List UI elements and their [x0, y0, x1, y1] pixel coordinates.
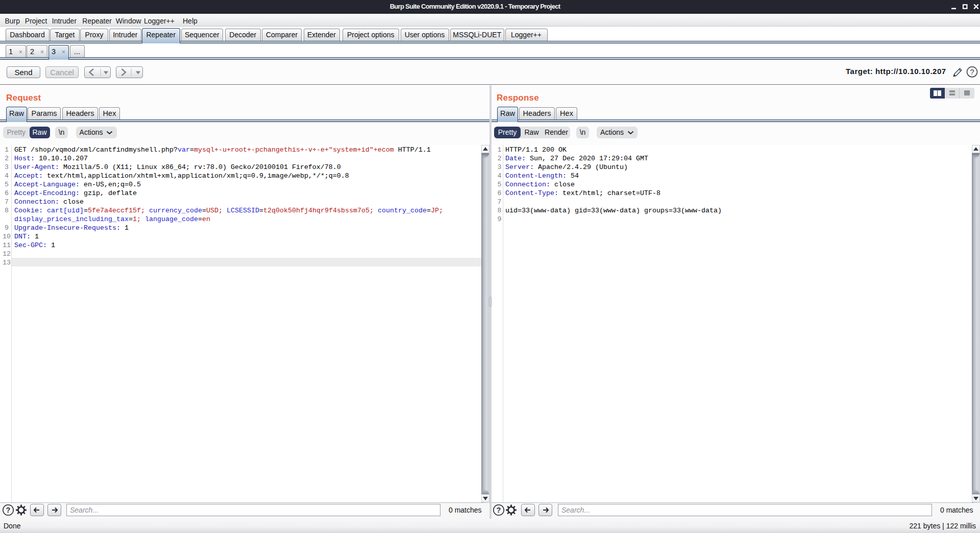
svg-text:?: ?: [970, 67, 974, 76]
svg-text:?: ?: [496, 506, 501, 514]
svg-text:?: ?: [6, 506, 11, 514]
